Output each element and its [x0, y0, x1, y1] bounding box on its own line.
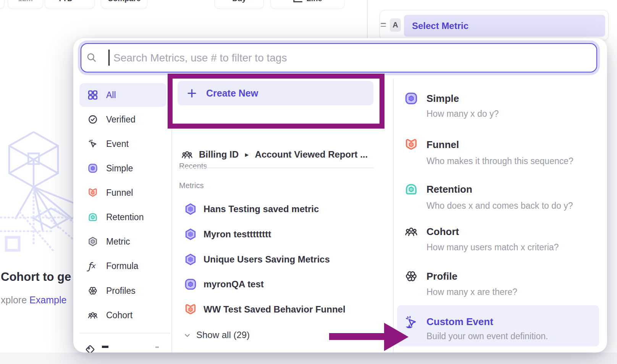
grid-icon — [88, 90, 98, 100]
sidebar-item-label: Simple — [106, 163, 133, 174]
profiles-icon — [405, 270, 418, 283]
type-simple-description: How many x do y? — [426, 108, 499, 119]
sidebar-item-clipped[interactable] — [85, 344, 169, 353]
toolbar-button-compare[interactable]: Compare — [101, 0, 147, 9]
annotation-arrow — [327, 322, 410, 351]
saved-metric-label: WW Test Saved Behavior Funnel — [204, 304, 346, 315]
saved-metric-label: Myron testttttttt — [204, 229, 271, 240]
type-funnel-description: Who makes it through this sequence? — [426, 155, 573, 167]
type-custom-event-description: Build your own event definition. — [426, 330, 548, 342]
saved-metric-label: Unique Users Saving Metrics — [204, 254, 330, 265]
sidebar-item-label: Metric — [106, 237, 130, 247]
verified-badge-icon — [88, 114, 98, 124]
sidebar-item-label: Retention — [106, 212, 144, 222]
sidebar-item-metric[interactable]: Metric — [79, 230, 166, 253]
clipped-text-fragment — [155, 346, 159, 348]
sidebar-divider — [79, 333, 170, 333]
search-input[interactable] — [81, 43, 597, 72]
saved-metric-hexagon-icon — [184, 203, 197, 215]
type-cohort[interactable]: Cohort — [426, 225, 459, 238]
formula-icon: ƒx — [88, 261, 98, 271]
type-simple[interactable]: Simple — [426, 92, 459, 105]
type-retention[interactable]: Retention — [426, 183, 472, 196]
section-divider — [178, 168, 374, 168]
sidebar-item-funnel[interactable]: Funnel — [79, 181, 166, 205]
recent-item[interactable]: Billing ID ▸ Account Viewed Report ... — [181, 148, 368, 161]
saved-metric-label: Hans Testing saved metric — [204, 204, 319, 214]
page-bottom-strip — [0, 353, 617, 364]
sidebar-item-label: Funnel — [106, 188, 133, 198]
toolbar-button-partial[interactable] — [0, 0, 5, 9]
modal-divider — [393, 79, 394, 353]
annotation-highlight-box — [168, 74, 384, 129]
chevron-down-icon — [76, 0, 82, 2]
search-icon — [86, 52, 97, 63]
drag-handle-icon[interactable] — [381, 23, 386, 27]
simple-metric-icon — [405, 92, 418, 105]
funnel-icon — [88, 188, 98, 198]
funnel-icon — [405, 138, 418, 151]
chevron-down-icon — [184, 332, 191, 339]
toolbar-button-day[interactable]: Day — [215, 0, 264, 9]
text-cursor — [108, 50, 110, 66]
saved-metric-hexagon-icon — [184, 253, 197, 266]
explore-text: xplore — [1, 295, 27, 305]
clipped-text-fragment — [102, 346, 108, 348]
cohort-icon — [405, 225, 418, 238]
sidebar-item-event[interactable]: Event — [79, 132, 166, 156]
cohort-icon — [181, 150, 193, 160]
empty-state-heading: Cohort to ge — [1, 270, 71, 284]
metric-hexagon-icon — [88, 237, 98, 246]
select-metric-label: Select Metric — [412, 21, 468, 31]
sidebar-item-formula[interactable]: ƒx Formula — [79, 254, 166, 278]
empty-state-illustration — [0, 129, 78, 252]
saved-metric-item[interactable]: myronQA test — [184, 277, 264, 291]
saved-metric-hexagon-icon — [184, 228, 197, 240]
type-profile-description: How many x are there? — [426, 286, 517, 298]
toolbar-button-ytd[interactable]: YTD — [45, 0, 95, 9]
toolbar-button-label: Compare — [108, 0, 141, 3]
example-reports-link[interactable]: Example — [29, 295, 66, 305]
select-metric-button[interactable]: Select Metric — [404, 15, 605, 37]
event-cursor-icon — [88, 139, 98, 149]
type-funnel[interactable]: Funnel — [426, 138, 459, 151]
series-letter-badge: A — [390, 18, 401, 32]
sidebar-item-cohort[interactable]: Cohort — [79, 303, 166, 327]
sidebar-item-label: All — [106, 90, 116, 100]
toolbar-button-label: Line — [306, 0, 322, 3]
cohort-icon — [88, 310, 98, 320]
show-all-label: Show all (29) — [196, 330, 250, 340]
sidebar-item-verified[interactable]: Verified — [79, 108, 166, 131]
type-custom-event[interactable]: Custom Event — [426, 315, 493, 328]
show-all-toggle[interactable]: Show all (29) — [184, 329, 250, 341]
empty-state-subtext: xploreExample — [1, 295, 66, 306]
breadcrumb-arrow: ▸ — [245, 151, 249, 159]
recent-item-secondary: Account Viewed Report ... — [255, 149, 368, 160]
profiles-icon — [88, 286, 98, 296]
sidebar-item-retention[interactable]: Retention — [79, 205, 166, 229]
toolbar-button-line[interactable]: Line — [270, 0, 345, 9]
recent-item-primary: Billing ID — [199, 149, 239, 160]
simple-metric-icon — [88, 163, 98, 173]
saved-metric-item[interactable]: Unique Users Saving Metrics — [184, 253, 330, 266]
line-chart-icon — [293, 0, 303, 3]
funnel-icon — [184, 303, 197, 316]
retention-icon — [88, 212, 98, 222]
saved-metric-item[interactable]: WW Test Saved Behavior Funnel — [184, 303, 346, 316]
sidebar-item-simple[interactable]: Simple — [79, 156, 166, 180]
sidebar-item-profiles[interactable]: Profiles — [79, 279, 166, 303]
type-retention-description: Who does x and comes back to do y? — [426, 200, 573, 211]
sidebar-item-all[interactable]: All — [79, 83, 166, 107]
retention-icon — [405, 183, 418, 196]
type-profile[interactable]: Profile — [426, 270, 457, 283]
sidebar-item-label: Formula — [106, 261, 138, 271]
saved-metric-item[interactable]: Myron testttttttt — [184, 227, 271, 241]
sidebar-item-label: Event — [106, 139, 129, 149]
recents-heading: Recents — [179, 162, 207, 171]
toolbar-button-12m[interactable]: 12M — [8, 0, 43, 9]
sidebar-item-label: Profiles — [106, 286, 136, 296]
saved-metric-item[interactable]: Hans Testing saved metric — [184, 202, 319, 216]
screenshot-root: 12M YTD Compare Day Line Coho — [0, 0, 617, 364]
simple-metric-icon — [184, 278, 197, 290]
sidebar-item-label: Verified — [106, 114, 136, 125]
